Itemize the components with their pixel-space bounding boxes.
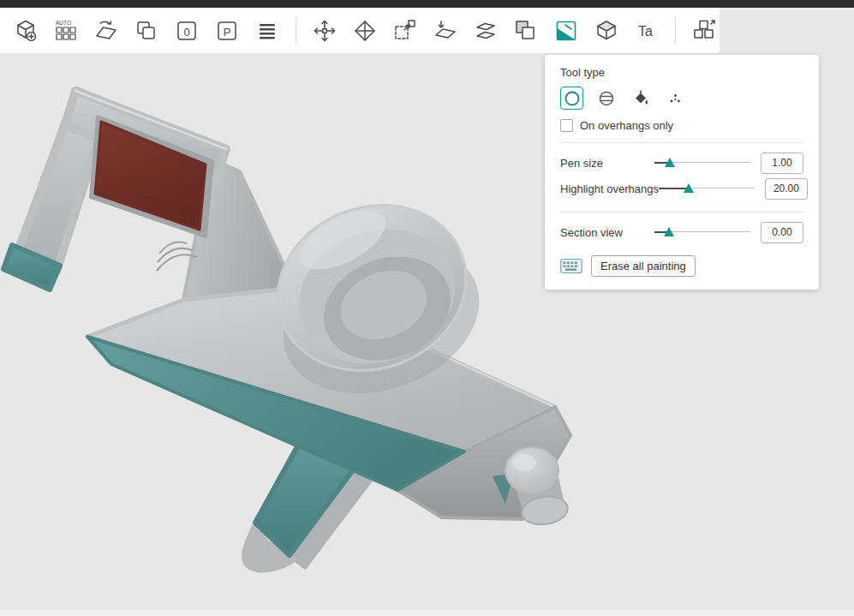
toolbar-fill-plate-button[interactable]: 0: [171, 15, 202, 46]
toolbar-separator: [296, 18, 296, 44]
on-overhangs-only-checkbox[interactable]: [560, 119, 573, 132]
pen-size-label: Pen size: [560, 157, 654, 170]
toolbar-add-model-button[interactable]: [10, 15, 41, 46]
model-base-plate[interactable]: [87, 178, 570, 571]
clone-icon: [134, 18, 159, 44]
split-icon: [473, 18, 499, 44]
tool-sphere[interactable]: [594, 87, 618, 110]
toolbar-arrange-button[interactable]: AUTO: [51, 15, 81, 46]
seam-painting-icon: [594, 18, 619, 44]
toolbar-scale-button[interactable]: [390, 15, 421, 46]
support-painting-panel: Tool type: [545, 55, 819, 290]
toolbar-layer-height-button[interactable]: [252, 15, 283, 46]
on-overhangs-only-label: On overhangs only: [580, 119, 673, 132]
toolbar-mesh-boolean-button[interactable]: [511, 15, 541, 46]
toolbar-rotate-button[interactable]: [349, 15, 380, 46]
toolbar-separator: [675, 18, 676, 44]
place-on-face-icon: [433, 18, 458, 44]
pen-size-slider[interactable]: [654, 153, 750, 172]
highlight-overhangs-slider[interactable]: [659, 179, 755, 198]
move-icon: [312, 18, 337, 44]
sphere-tool-icon: [597, 89, 616, 108]
erase-all-painting-button[interactable]: Erase all painting: [591, 255, 696, 277]
fill-plate-0-icon: 0: [174, 18, 200, 44]
svg-text:Ta: Ta: [638, 24, 653, 39]
window-title-strip: [0, 0, 854, 8]
tool-circle[interactable]: [560, 87, 583, 110]
svg-text:0: 0: [183, 25, 189, 38]
svg-text:AUTO: AUTO: [56, 20, 71, 26]
bottom-strip: [0, 610, 854, 616]
tool-fill[interactable]: [629, 87, 652, 110]
section-view-value-input[interactable]: [761, 222, 803, 243]
variable-layer-height-icon: [254, 18, 280, 44]
add-plate-p-icon: P: [214, 18, 240, 44]
keyboard-shortcuts-button[interactable]: [560, 258, 582, 274]
auto-orient-icon: [93, 18, 119, 44]
toolbar-seam-painting-button[interactable]: [591, 15, 622, 46]
toolbar-assembly-view-button[interactable]: [689, 15, 720, 46]
pen-size-value-input[interactable]: [761, 153, 803, 174]
tool-type-row: [560, 87, 803, 110]
scale-icon: [392, 18, 418, 44]
toolbar-text-shape-button[interactable]: Ta: [631, 15, 662, 46]
toolbar-auto-orient-button[interactable]: [91, 15, 122, 46]
section-view-slider-thumb[interactable]: [664, 227, 674, 236]
circle-tool-icon: [563, 89, 582, 108]
section-view-label: Section view: [560, 226, 654, 239]
tool-gap-fill[interactable]: [663, 87, 686, 110]
top-toolbar: AUTO 0: [0, 8, 720, 53]
toolbar-add-plate-button[interactable]: P: [212, 15, 242, 46]
section-view-slider[interactable]: [654, 223, 750, 242]
panel-divider: [560, 142, 803, 143]
support-painting-icon: [553, 18, 579, 44]
peg-knob-highlight: [512, 454, 536, 471]
text-shape-icon: Ta: [634, 18, 660, 44]
keyboard-icon: [560, 258, 582, 274]
add-model-icon: [13, 18, 39, 44]
toolbar-clone-button[interactable]: [131, 15, 162, 46]
mesh-boolean-icon: [513, 18, 539, 44]
assembly-view-icon: [691, 18, 717, 44]
fill-tool-icon: [631, 89, 650, 108]
panel-divider: [560, 212, 803, 212]
highlight-overhangs-label: Highlight overhangs: [560, 182, 659, 195]
highlight-overhangs-value-input[interactable]: [765, 178, 808, 200]
arrange-icon: AUTO: [53, 18, 79, 44]
pen-size-row: Pen size: [560, 150, 803, 176]
pen-size-slider-thumb[interactable]: [665, 158, 675, 167]
svg-text:P: P: [224, 25, 231, 38]
rotate-icon: [352, 18, 378, 44]
toolbar-split-button[interactable]: [470, 15, 501, 46]
section-view-row: Section view: [560, 219, 803, 245]
peg-knob[interactable]: [505, 447, 558, 493]
toolbar-support-painting-button[interactable]: [551, 15, 582, 46]
overhangs-only-row: On overhangs only: [560, 119, 803, 132]
highlight-overhangs-row: Highlight overhangs: [560, 176, 803, 201]
panel-bottom-row: Erase all painting: [560, 255, 803, 277]
toolbar-move-button[interactable]: [309, 15, 340, 46]
toolbar-place-on-face-button[interactable]: [430, 15, 461, 46]
panel-title: Tool type: [560, 66, 803, 79]
gap-fill-tool-icon: [666, 89, 684, 108]
model-hook[interactable]: [3, 91, 295, 300]
highlight-overhangs-slider-thumb[interactable]: [684, 183, 694, 193]
